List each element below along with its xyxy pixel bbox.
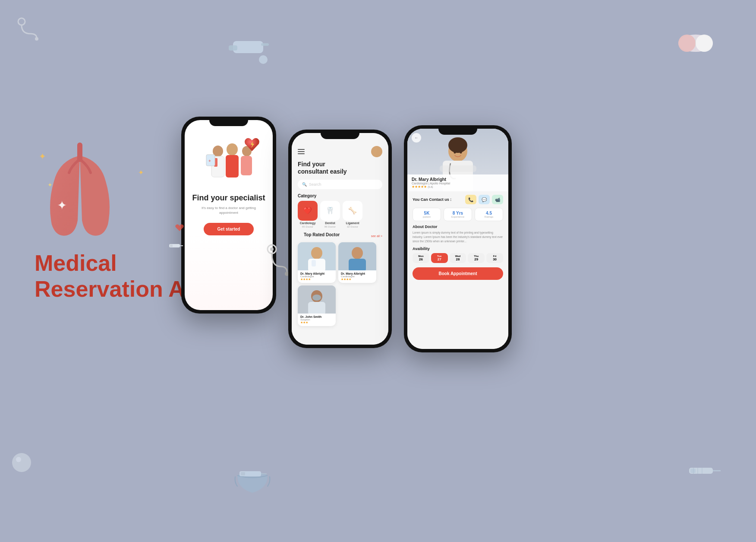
hamburger-menu[interactable]: [298, 149, 305, 154]
doctor1-stars: ★★★★: [300, 278, 333, 281]
svg-rect-53: [440, 165, 476, 172]
phone1-screen: +: [185, 120, 273, 310]
patients-stat: 5K patient: [413, 208, 441, 221]
message-contact-button[interactable]: 💬: [479, 195, 490, 204]
doctor3-info: Dr. John Smith Surgeon ★★★: [298, 314, 336, 326]
availability-days: Mon 26 Tue 27 Wed 28 Thu: [413, 253, 503, 263]
category-cardiology[interactable]: ❤️ Cardiology 65 Doctor: [298, 201, 318, 228]
doctor3-photo: [298, 285, 336, 314]
search-icon: 🔍: [302, 182, 307, 187]
video-contact-button[interactable]: 📹: [492, 195, 503, 204]
phone3-screen: ← Dr. Mary Albright Cardiologist | Apoll…: [407, 129, 508, 349]
about-title: About Doctor: [413, 225, 503, 229]
svg-rect-47: [308, 302, 325, 314]
stethoscope-phone1: [263, 243, 289, 279]
day-wed[interactable]: Wed 28: [450, 253, 466, 263]
doctor-card-1[interactable]: Dr. Mary Albright Cardiologist ★★★★: [298, 242, 336, 283]
doctor-card-3[interactable]: Dr. John Smith Surgeon ★★★: [298, 285, 336, 326]
heart-3d-decoration: [243, 135, 261, 155]
phone2-title: Find yourconsultant easily: [292, 161, 388, 180]
back-button[interactable]: ←: [412, 133, 421, 143]
doctors-illustration: +: [198, 137, 259, 189]
doctor2-photo: [338, 242, 376, 270]
dentist-count: 86 Doctor: [324, 225, 336, 228]
ligament-count: 32 Doctor: [347, 225, 358, 228]
user-avatar: [371, 146, 382, 157]
svg-rect-41: [312, 260, 316, 266]
search-placeholder: Search: [309, 182, 321, 187]
doctor2-name: Dr. Mary Albright: [341, 272, 374, 275]
ligament-icon: 🦴: [343, 201, 362, 221]
cardiology-count: 65 Doctor: [302, 225, 313, 228]
dentist-label: Dentist: [325, 222, 335, 225]
svg-point-54: [454, 152, 456, 154]
book-appointment-button[interactable]: Book Appointment: [413, 267, 503, 280]
categories-list: ❤️ Cardiology 65 Doctor 🦷 Dentist 86 Doc…: [292, 201, 388, 232]
phones-container: +: [181, 117, 512, 352]
ratings-value: 4.5: [477, 211, 501, 216]
day-mon[interactable]: Mon 26: [413, 253, 429, 263]
experience-label: Experience: [446, 216, 470, 218]
svg-rect-40: [308, 259, 325, 270]
contact-row: You Can Contact us : 📞 💬 📹: [413, 195, 503, 204]
svg-point-26: [227, 143, 238, 155]
doctor1-name: Dr. Mary Albright: [300, 272, 333, 275]
phone2-frame: Find yourconsultant easily 🔍 Search Cate…: [288, 130, 392, 348]
doctor1-photo: [298, 242, 336, 270]
about-text: Lorem ipsum is simply dummy text of the …: [413, 231, 503, 243]
top-doctors-title: Top Rated Doctor: [298, 232, 346, 240]
heart-phone1-deco: [175, 223, 184, 234]
doctor-name: Dr. Mary Albright: [412, 177, 504, 182]
doctor3-stars: ★★★: [300, 321, 333, 324]
search-bar[interactable]: 🔍 Search: [298, 180, 382, 189]
contact-label: You Can Contact us :: [413, 197, 451, 202]
svg-rect-37: [170, 244, 173, 247]
doctor2-stars: ★★★★: [341, 278, 374, 281]
availability-title: Avaibility: [413, 247, 503, 251]
svg-point-43: [352, 247, 363, 259]
svg-point-51: [448, 137, 467, 153]
phone2-content: Find yourconsultant easily 🔍 Search Cate…: [292, 133, 388, 345]
experience-value: 8 Yrs: [446, 211, 470, 216]
doctor-name-overlay: Dr. Mary Albright Cardiologist | Apollo …: [407, 174, 508, 191]
syringe-phone1: [168, 241, 183, 253]
top-doctors-header: Top Rated Doctor see all >: [292, 232, 388, 242]
svg-rect-29: [241, 156, 252, 175]
contact-buttons: 📞 💬 📹: [465, 195, 503, 204]
svg-point-55: [460, 152, 462, 154]
cardiology-label: Cardiology: [300, 222, 316, 225]
doctor-card-2[interactable]: Dr. Mary Albright Cardiologist ★★★★: [338, 242, 376, 283]
category-ligament[interactable]: 🦴 Ligament 32 Doctor: [343, 201, 362, 228]
day-tue[interactable]: Tue 27: [431, 253, 448, 263]
phone2-screen: Find yourconsultant easily 🔍 Search Cate…: [292, 133, 388, 345]
cardiology-icon: ❤️: [298, 201, 318, 221]
phone3-content: ← Dr. Mary Albright Cardiologist | Apoll…: [407, 129, 508, 349]
category-section-title: Category: [292, 193, 388, 201]
svg-point-48: [312, 295, 321, 301]
svg-rect-27: [226, 155, 239, 177]
phone3-frame: ← Dr. Mary Albright Cardiologist | Apoll…: [404, 125, 512, 352]
doctor-photo-area: ← Dr. Mary Albright Cardiologist | Apoll…: [407, 129, 508, 191]
svg-text:+: +: [208, 158, 211, 163]
day-fri[interactable]: Fri 30: [486, 253, 503, 263]
phone1-content: +: [185, 120, 273, 310]
svg-point-33: [270, 247, 274, 251]
doctor3-name: Dr. John Smith: [300, 315, 333, 318]
patients-label: patient: [415, 216, 439, 218]
phone2-notch: [321, 130, 359, 139]
phone-contact-button[interactable]: 📞: [465, 195, 476, 204]
doctor-profile-body: You Can Contact us : 📞 💬 📹 5K patient: [407, 191, 508, 283]
experience-stat: 8 Yrs Experience: [444, 208, 472, 221]
get-started-button[interactable]: Get started: [204, 223, 254, 235]
doctors-grid: Dr. Mary Albright Cardiologist ★★★★: [292, 242, 388, 326]
phone3-notch: [438, 125, 477, 135]
svg-point-39: [311, 247, 322, 259]
phone1-notch: [209, 117, 248, 126]
day-thu[interactable]: Thu 29: [468, 253, 485, 263]
doctor2-info: Dr. Mary Albright Cardiologist ★★★★: [338, 270, 376, 283]
ligament-label: Ligament: [346, 222, 359, 225]
see-all-link[interactable]: see all >: [371, 235, 382, 238]
phone1-sub-text: It's easy to find a doctor and getting a…: [185, 206, 273, 215]
ratings-label: Ratings: [477, 216, 501, 218]
category-dentist[interactable]: 🦷 Dentist 86 Doctor: [320, 201, 340, 228]
